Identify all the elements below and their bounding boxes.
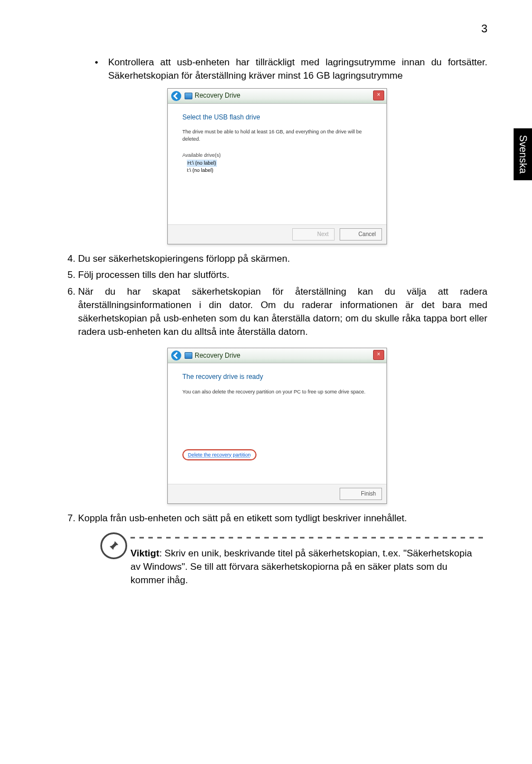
finish-button[interactable]: Finish (340, 488, 382, 500)
drive-option-selected[interactable]: H:\ (no label) (187, 160, 217, 167)
bullet-marker: • (95, 56, 108, 83)
note-body: : Skriv en unik, beskrivande titel på sä… (130, 548, 472, 585)
available-drives-label: Available drive(s) (182, 152, 372, 159)
step-4: Du ser säkerhetskopieringens förlopp på … (78, 252, 487, 266)
note-divider (130, 535, 487, 541)
next-button: Next (292, 228, 335, 241)
step-5: Följ processen tills den har slutförts. (78, 268, 487, 282)
dialog-title: Recovery Drive (195, 91, 240, 100)
drive-icon (185, 93, 192, 99)
dialog-titlebar: Recovery Drive × (168, 348, 386, 363)
close-icon[interactable]: × (373, 90, 384, 100)
step-6: När du har skapat säkerhetskopian för åt… (78, 285, 487, 338)
drive-icon (185, 352, 192, 359)
note-bold: Viktigt (130, 548, 159, 559)
bullet-item: • Kontrollera att usb-enheten har tillrä… (95, 56, 487, 83)
drive-list: H:\ (no label) I:\ (no label) (182, 160, 372, 174)
language-tab: Svenska (514, 128, 532, 180)
dialog-heading: Select the USB flash drive (182, 113, 372, 122)
recovery-drive-dialog-select-usb: Recovery Drive × Select the USB flash dr… (167, 88, 387, 244)
back-icon[interactable] (171, 91, 181, 101)
dialog-footer: Next Cancel (168, 224, 386, 244)
dialog-description: The drive must be able to hold at least … (182, 128, 372, 142)
step-7: Koppla från usb-enheten och sätt på en e… (78, 512, 487, 525)
cancel-button[interactable]: Cancel (340, 228, 382, 241)
dialog-heading: The recovery drive is ready (182, 372, 372, 382)
back-icon[interactable] (171, 350, 181, 361)
delete-recovery-partition-link[interactable]: Delete the recovery partition (182, 449, 257, 461)
dialog-footer: Finish (168, 484, 386, 503)
dialog-description: You can also delete the recovery partiti… (182, 388, 372, 396)
close-icon[interactable]: × (373, 350, 384, 360)
note-text: Viktigt: Skriv en unik, beskrivande tite… (130, 547, 476, 587)
dialog-titlebar: Recovery Drive × (168, 89, 386, 104)
important-note: Viktigt: Skriv en unik, beskrivande tite… (100, 535, 487, 587)
page-number: 3 (481, 22, 487, 35)
bullet-text: Kontrollera att usb-enheten har tillräck… (108, 56, 487, 83)
dialog-title: Recovery Drive (195, 351, 240, 361)
recovery-drive-dialog-ready: Recovery Drive × The recovery drive is r… (167, 348, 387, 504)
pin-icon (100, 532, 127, 559)
drive-option[interactable]: I:\ (no label) (187, 167, 372, 174)
